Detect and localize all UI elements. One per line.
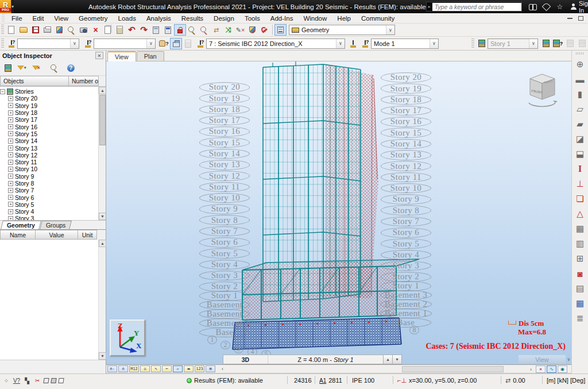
- mdi-restore-button[interactable]: [578, 16, 583, 21]
- window-option-button[interactable]: [182, 38, 194, 49]
- menu-item[interactable]: Help: [332, 13, 356, 24]
- tree-scroll-thumb[interactable]: [99, 95, 106, 145]
- section-button[interactable]: I: [573, 161, 587, 176]
- tree-item-story[interactable]: Story 14: [0, 137, 106, 144]
- expand-icon[interactable]: [8, 131, 13, 136]
- tree-item-story[interactable]: Story 20: [0, 95, 106, 102]
- view-dropdown-button[interactable]: View: [519, 355, 566, 364]
- axis-grid-button[interactable]: ▦: [573, 221, 587, 236]
- rotation-node-button[interactable]: ⊕: [573, 57, 587, 72]
- menu-item[interactable]: Analysis: [141, 13, 176, 24]
- tree-item-story[interactable]: Story 11: [0, 159, 106, 165]
- keyword-search[interactable]: ▸: [426, 2, 522, 11]
- bar-selection-combo[interactable]: ∨: [94, 38, 156, 49]
- tree-scrollbar[interactable]: ▲ ▼: [98, 87, 106, 220]
- expand-icon[interactable]: [8, 160, 13, 165]
- view-cube[interactable]: FRONT RIGHT: [524, 71, 560, 111]
- mode-combo[interactable]: Mode 1 ∨: [371, 38, 439, 49]
- menu-item[interactable]: Geometry: [74, 13, 113, 24]
- menu-item[interactable]: View: [49, 13, 74, 24]
- solid-button[interactable]: ◙: [573, 266, 587, 281]
- table-scrollbar[interactable]: ▲ ▼: [98, 240, 106, 360]
- expand-icon[interactable]: [8, 124, 13, 129]
- map-display-button[interactable]: ◉: [558, 365, 567, 373]
- expand-icon[interactable]: [8, 174, 13, 179]
- panel-button[interactable]: ◪: [573, 132, 587, 147]
- paste-button[interactable]: [114, 24, 126, 36]
- node-numbers-button[interactable]: n: [118, 365, 128, 372]
- 3d-canvas[interactable]: Story 20Story 19Story 18Story 17Story 16…: [106, 61, 571, 365]
- view-3d-icon[interactable]: [43, 378, 49, 383]
- combo-arrow-icon[interactable]: ∨: [70, 39, 79, 48]
- favorites-icon[interactable]: ☆: [553, 1, 566, 12]
- zoom-all-button[interactable]: [198, 24, 210, 36]
- screen-capture-button[interactable]: [78, 24, 90, 36]
- bars-display-button[interactable]: ▬: [184, 365, 194, 372]
- story-filter-button[interactable]: [475, 38, 488, 49]
- case-selection-button[interactable]: ?: [194, 38, 206, 49]
- tree-item-story[interactable]: Story 12: [0, 152, 106, 159]
- node-symbols-button[interactable]: n-: [107, 365, 117, 372]
- menu-item[interactable]: Loads: [113, 13, 141, 24]
- panels-display-button[interactable]: ▱: [173, 365, 183, 372]
- bar-selection-button[interactable]: ?: [82, 38, 94, 49]
- secondary-grid-button[interactable]: ▥: [573, 236, 587, 251]
- scroll-down-icon[interactable]: ▼: [99, 213, 106, 220]
- column-value[interactable]: Value: [36, 230, 78, 240]
- tree-item-story[interactable]: Story 10: [0, 165, 106, 172]
- expand-icon[interactable]: [8, 188, 13, 193]
- bar-button[interactable]: ▬: [573, 72, 587, 87]
- view-shaded-icon[interactable]: [51, 378, 56, 383]
- view-wireframe-icon[interactable]: [58, 378, 64, 383]
- horizontal-scrollbar[interactable]: [402, 366, 504, 372]
- wall-button[interactable]: ▰: [573, 117, 587, 132]
- mode-selection-button[interactable]: ?: [359, 38, 371, 49]
- edit-in-new-window-button[interactable]: ✎×: [234, 24, 246, 36]
- expand-icon[interactable]: [8, 117, 13, 122]
- tree-item-story[interactable]: Story 8: [0, 180, 106, 187]
- app-menu-caret[interactable]: ▾: [11, 0, 14, 13]
- load-display-button[interactable]: [347, 38, 359, 49]
- expand-icon[interactable]: [8, 202, 13, 207]
- preferences-button[interactable]: [258, 24, 270, 36]
- scroll-up-icon[interactable]: ▲: [99, 87, 106, 94]
- tree-item-story[interactable]: Story 6: [0, 194, 106, 201]
- menu-item[interactable]: Results: [176, 13, 208, 24]
- new-project-button[interactable]: [5, 24, 17, 36]
- view-rotate-button[interactable]: ⇄: [210, 24, 222, 36]
- node-selection-combo[interactable]: ∨: [17, 38, 79, 49]
- column-name[interactable]: Name: [0, 230, 36, 240]
- story-combo[interactable]: Story 1 ∨: [488, 38, 538, 49]
- print-button[interactable]: [41, 24, 53, 36]
- view-dropdown-chevron-icon[interactable]: ∨: [566, 355, 571, 364]
- combo-arrow-icon[interactable]: ∨: [529, 39, 537, 48]
- connections-display-button[interactable]: ⊞: [206, 365, 215, 372]
- render-button[interactable]: [246, 24, 258, 36]
- save-button[interactable]: [29, 24, 41, 36]
- scroll-right-icon[interactable]: ›: [527, 365, 535, 373]
- supports-display-button[interactable]: ⌂: [140, 365, 150, 372]
- new-window-button[interactable]: [170, 38, 182, 49]
- expand-icon[interactable]: [8, 103, 13, 108]
- tree-item-story[interactable]: Story 18: [0, 109, 106, 116]
- collapse-icon[interactable]: [0, 89, 5, 94]
- story-query-button[interactable]: ?: [552, 38, 564, 49]
- frame-generator-button[interactable]: ▤: [573, 281, 587, 296]
- print-composition-button[interactable]: [65, 24, 78, 36]
- tree-item-story[interactable]: Story 3: [0, 215, 106, 221]
- fixed-support-button[interactable]: △: [573, 206, 587, 221]
- filter-clear-button[interactable]: ×: [32, 65, 40, 71]
- combo-arrow-icon[interactable]: ∨: [430, 39, 438, 48]
- column-button[interactable]: ▮: [573, 87, 587, 102]
- snap-settings-icon[interactable]: ⁘: [2, 377, 10, 384]
- expand-icon[interactable]: [8, 145, 13, 151]
- inspector-close-button[interactable]: ×: [95, 52, 103, 59]
- load-case-combo[interactable]: 7 : Seismic IBC 2012 Direction_X ∨: [206, 38, 345, 49]
- level-up-button[interactable]: ▲: [383, 355, 392, 364]
- column-number-of[interactable]: Number of ...: [69, 76, 99, 86]
- app-logo[interactable]: R PRO: [0, 0, 11, 13]
- sign-in-button[interactable]: Sign In ▾: [567, 0, 588, 14]
- column-unit[interactable]: Unit: [78, 230, 97, 240]
- refresh-view-button[interactable]: ⤨: [222, 24, 234, 36]
- expand-icon[interactable]: [8, 167, 13, 172]
